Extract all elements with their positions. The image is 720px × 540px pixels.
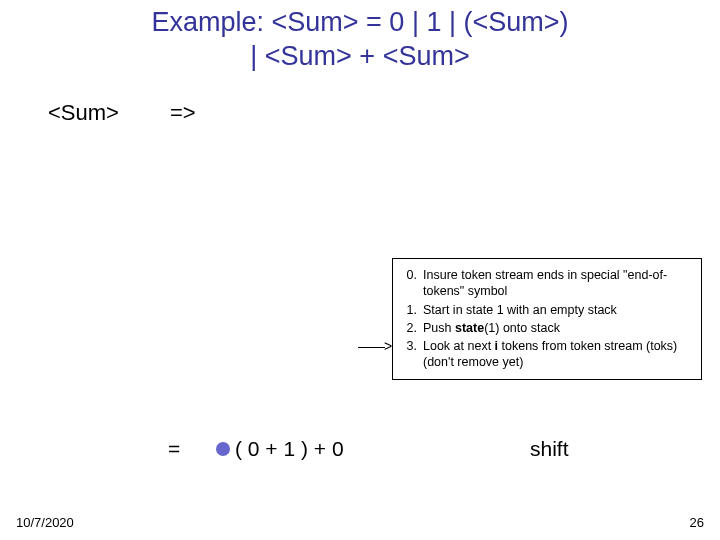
title-line-2: | <Sum> + <Sum> <box>250 41 469 71</box>
pointer-arrow-icon: ——> <box>358 338 391 354</box>
algo-step: 3. Look at next i tokens from token stre… <box>399 338 693 371</box>
parse-dot-icon <box>216 442 230 456</box>
algo-step-text: Insure token stream ends in special "end… <box>423 267 693 300</box>
derivation-lhs: <Sum> <box>48 100 119 126</box>
algo-step-text: Push state(1) onto stack <box>423 320 693 336</box>
algo-text-part: Insure token stream ends in special "end… <box>423 268 667 298</box>
equals-symbol: = <box>168 437 180 461</box>
parse-action: shift <box>530 437 569 461</box>
title-line-1: Example: <Sum> = 0 | 1 | (<Sum>) <box>152 7 569 37</box>
algo-step-text: Start in state 1 with an empty stack <box>423 302 693 318</box>
algo-step-number: 1. <box>399 302 423 318</box>
algo-step-number: 3. <box>399 338 423 354</box>
footer-page-number: 26 <box>690 515 704 530</box>
algo-step: 0. Insure token stream ends in special "… <box>399 267 693 300</box>
algo-text-part: (1) onto stack <box>484 321 560 335</box>
algo-text-part: Start in state 1 with an empty stack <box>423 303 617 317</box>
algorithm-box: 0. Insure token stream ends in special "… <box>392 258 702 380</box>
algo-step-number: 2. <box>399 320 423 336</box>
algo-step-text: Look at next i tokens from token stream … <box>423 338 693 371</box>
algo-text-part: Push <box>423 321 455 335</box>
slide-title: Example: <Sum> = 0 | 1 | (<Sum>) | <Sum>… <box>0 6 720 74</box>
algo-text-part: Look at next <box>423 339 495 353</box>
parse-expression: ( 0 + 1 ) + 0 <box>235 437 344 461</box>
algo-step: 1. Start in state 1 with an empty stack <box>399 302 693 318</box>
footer-date: 10/7/2020 <box>16 515 74 530</box>
algo-step-number: 0. <box>399 267 423 283</box>
derives-symbol: => <box>170 100 196 126</box>
algo-step: 2. Push state(1) onto stack <box>399 320 693 336</box>
algo-text-bold: state <box>455 321 484 335</box>
